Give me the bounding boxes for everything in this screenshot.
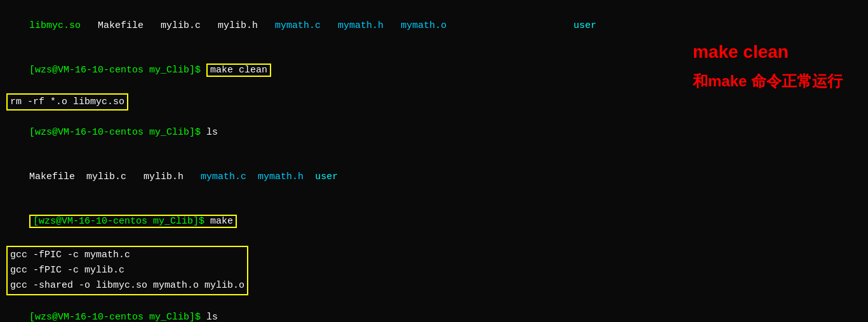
line-ls-1: [wzs@VM-16-10-centos my_Clib]$ ls: [6, 111, 862, 155]
line-files-1: Makefile mylib.c mylib.h mymath.c mymath…: [6, 155, 862, 199]
gcc-cmd-3: gcc -shared -o libmyc.so mymath.o mylib.…: [10, 280, 244, 291]
ls-cmd-1: ls: [206, 127, 218, 138]
line-ls-2: [wzs@VM-16-10-centos my_Clib]$ ls: [6, 295, 862, 322]
gcc-line-2: gcc -fPIC -c mylib.c: [10, 263, 244, 278]
gcc-cmd-1: gcc -fPIC -c mymath.c: [10, 250, 130, 260]
make-clean-cmd: make clean: [210, 65, 267, 76]
make-cmd-box: [wzs@VM-16-10-centos my_Clib]$ make: [29, 215, 237, 228]
rm-box: rm -rf *.o libmyc.so: [6, 93, 128, 111]
make-cmd: make: [210, 216, 233, 227]
line-make: [wzs@VM-16-10-centos my_Clib]$ make: [6, 199, 862, 243]
line-rm: rm -rf *.o libmyc.so: [6, 93, 862, 111]
prompt-5: [wzs@VM-16-10-centos my_Clib]$: [33, 216, 210, 227]
space1: [246, 171, 258, 182]
make-clean-box: make clean: [206, 64, 271, 77]
top-line-mypath: mymath.c mymath.h mymath.o: [275, 20, 446, 31]
gcc-block: gcc -fPIC -c mymath.c gcc -fPIC -c mylib…: [6, 245, 862, 295]
files-list-1: Makefile mylib.c mylib.h: [29, 171, 201, 182]
rm-cmd: rm -rf *.o libmyc.so: [10, 97, 124, 107]
annotation-subtitle: 和make 命令正常运行: [693, 69, 843, 93]
mymath-h: mymath.h: [258, 171, 304, 182]
ls-cmd-2: ls: [206, 312, 218, 322]
gcc-line-3: gcc -shared -o libmyc.so mymath.o mylib.…: [10, 278, 244, 293]
top-line-libmyc: libmyc.so: [29, 20, 81, 31]
prompt-3: [wzs@VM-16-10-centos my_Clib]$: [29, 127, 206, 138]
terminal-window: libmyc.so Makefile mylib.c mylib.h mymat…: [0, 0, 868, 322]
prompt-9: [wzs@VM-16-10-centos my_Clib]$: [29, 312, 206, 322]
gcc-line-1: gcc -fPIC -c mymath.c: [10, 248, 244, 263]
gcc-cmd-2: gcc -fPIC -c mylib.c: [10, 265, 124, 276]
top-line-user: user: [573, 20, 596, 31]
top-line-files: Makefile mylib.c mylib.h: [81, 20, 275, 31]
gcc-box: gcc -fPIC -c mymath.c gcc -fPIC -c mylib…: [6, 246, 248, 295]
mymath-c: mymath.c: [201, 171, 246, 182]
annotation-title: make clean: [693, 38, 843, 65]
space2: [304, 171, 315, 182]
prompt-1: [wzs@VM-16-10-centos my_Clib]$: [29, 65, 206, 76]
annotation-panel: make clean 和make 命令正常运行: [693, 38, 843, 93]
user-1: user: [315, 171, 338, 182]
